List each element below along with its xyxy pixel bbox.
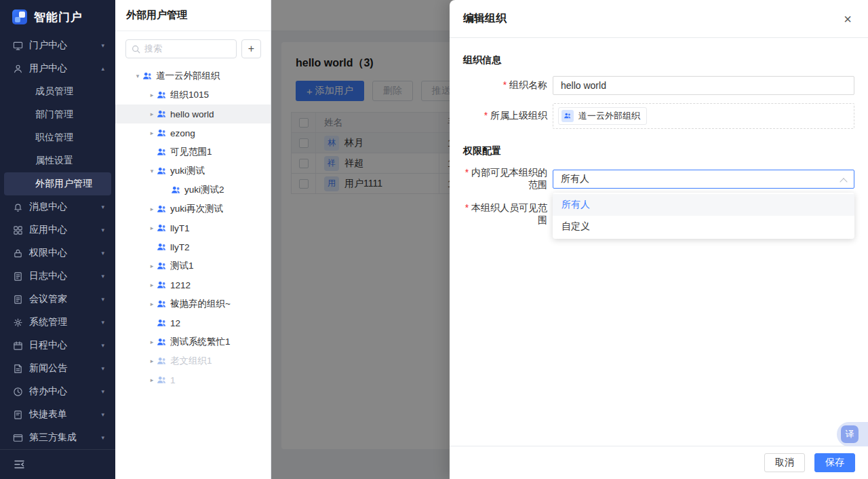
sidebar-item-日志中心[interactable]: 日志中心▾ [0,265,115,288]
tree-node-被抛弃的组织~[interactable]: ▸被抛弃的组织~ [115,294,271,313]
sidebar-item-label: 日志中心 [29,270,67,282]
organization-icon [142,72,153,81]
tree-node-1212[interactable]: ▸1212 [115,275,271,294]
sidebar-item-label: 职位管理 [35,132,73,144]
tree-node-llyT2[interactable]: llyT2 [115,237,271,256]
sidebar-item-第三方集成[interactable]: 第三方集成▾ [0,426,115,449]
caret-down-icon: ▾ [101,250,104,256]
sidebar-item-新闻公告[interactable]: 新闻公告▾ [0,357,115,380]
sidebar-item-label: 用户中心 [29,62,67,75]
tree-node-label: 1 [170,375,176,385]
caret-right-icon[interactable]: ▸ [147,206,157,212]
caret-right-icon[interactable]: ▸ [147,301,157,307]
tree-node-yuki再次测试[interactable]: ▸yuki再次测试 [115,199,271,218]
monitor-icon [13,41,23,51]
caret-right-icon[interactable]: ▸ [147,263,157,269]
tree-search-row: 搜索 + [115,31,271,66]
app-root: 智能门户 门户中心▾用户中心▴成员管理部门管理职位管理属性设置外部用户管理消息中… [0,0,868,479]
tree-node-道一云外部组织[interactable]: ▾道一云外部组织 [115,66,271,85]
caret-right-icon[interactable]: ▸ [147,282,157,288]
sidebar-item-权限中心[interactable]: 权限中心▾ [0,242,115,265]
calendar-icon [13,341,23,351]
tree-node-yuki测试2[interactable]: yuki测试2 [115,180,271,199]
sidebar-item-会议管家[interactable]: 会议管家▾ [0,288,115,311]
sidebar-item-属性设置[interactable]: 属性设置 [0,149,115,172]
sidebar-item-日程中心[interactable]: 日程中心▾ [0,334,115,357]
translate-button[interactable]: 译 [841,425,859,443]
news-icon [13,364,23,374]
save-button[interactable]: 保存 [814,453,855,472]
caret-right-icon[interactable]: ▸ [147,225,157,231]
caret-right-icon[interactable]: ▸ [147,358,157,364]
tree-node-hello world[interactable]: ▸hello world [115,104,271,123]
add-organization-button[interactable]: + [241,39,261,58]
org-name-label: 组织名称 [463,79,547,92]
sidebar-item-label: 属性设置 [35,155,73,167]
organization-icon [157,224,167,233]
caret-down-icon[interactable]: ▾ [133,73,142,79]
tree-node-可见范围1[interactable]: 可见范围1 [115,142,271,161]
field-parent-org: 所属上级组织 道一云外部组织 [463,103,854,129]
tree-node-组织1015[interactable]: ▸组织1015 [115,85,271,104]
organization-icon [171,186,181,195]
sidebar-item-系统管理[interactable]: 系统管理▾ [0,311,115,334]
sidebar-item-label: 待办中心 [29,385,67,398]
collapse-sidebar-icon[interactable] [14,459,25,470]
close-icon[interactable]: × [844,12,852,26]
sidebar-item-成员管理[interactable]: 成员管理 [0,80,115,103]
tree-node-llyT1[interactable]: ▸llyT1 [115,218,271,237]
sidebar-item-职位管理[interactable]: 职位管理 [0,126,115,149]
caret-down-icon: ▾ [101,319,104,326]
org-tree-panel: 外部用户管理 搜索 + ▾道一云外部组织▸组织1015▸hello world▸… [115,0,271,479]
sidebar-item-应用中心[interactable]: 应用中心▾ [0,218,115,242]
sidebar-item-消息中心[interactable]: 消息中心▾ [0,195,115,218]
tree-node-测试1[interactable]: ▸测试1 [115,256,271,275]
sidebar-item-门户中心[interactable]: 门户中心▾ [0,34,115,57]
caret-down-icon: ▾ [101,204,104,210]
dropdown-option-自定义[interactable]: 自定义 [553,216,854,237]
caret-right-icon[interactable]: ▸ [147,130,157,136]
tree-node-label: yuki测试2 [184,184,224,196]
sidebar: 智能门户 门户中心▾用户中心▴成员管理部门管理职位管理属性设置外部用户管理消息中… [0,0,115,479]
tree-node-1[interactable]: ▸1 [115,370,271,389]
internal-scope-select[interactable]: 所有人 [553,170,854,189]
scope-dropdown-menu: 所有人自定义 [553,193,854,239]
tree-node-ezong[interactable]: ▸ezong [115,123,271,142]
caret-right-icon[interactable]: ▸ [147,339,157,345]
dropdown-option-所有人[interactable]: 所有人 [553,194,854,216]
form-icon [13,410,23,420]
tree-node-老文组织1[interactable]: ▸老文组织1 [115,351,271,370]
organization-icon [157,167,167,176]
sidebar-item-label: 外部用户管理 [35,178,92,190]
sidebar-item-待办中心[interactable]: 待办中心▾ [0,380,115,403]
sidebar-item-外部用户管理[interactable]: 外部用户管理 [4,172,111,195]
organization-icon [157,281,167,290]
tree-node-label: 老文组织1 [170,355,212,367]
cancel-button[interactable]: 取消 [764,453,805,472]
sidebar-item-用户中心[interactable]: 用户中心▴ [0,57,115,80]
caret-up-icon: ▴ [101,65,104,72]
tree-node-测试系统繁忙1[interactable]: ▸测试系统繁忙1 [115,332,271,351]
sidebar-item-label: 日程中心 [29,339,67,351]
caret-right-icon[interactable]: ▸ [147,377,157,383]
drawer-body: 组织信息 组织名称 hello world 所属上级组织 道一云外部组织 权限配… [450,38,868,446]
sidebar-item-部门管理[interactable]: 部门管理 [0,103,115,126]
caret-down-icon[interactable]: ▾ [147,168,157,174]
caret-right-icon[interactable]: ▸ [147,92,157,98]
org-name-input[interactable]: hello world [553,76,854,95]
file-icon [13,271,23,282]
tree-node-12[interactable]: 12 [115,313,271,332]
caret-right-icon[interactable]: ▸ [147,111,157,117]
field-internal-scope: 内部可见本组织的范围 所有人 所有人自定义 [463,167,854,191]
user-icon [13,64,23,74]
tree-node-yuki测试[interactable]: ▾yuki测试 [115,161,271,180]
parent-org-picker[interactable]: 道一云外部组织 [553,103,854,129]
search-input[interactable]: 搜索 [125,39,237,58]
caret-down-icon: ▾ [101,273,104,280]
logo-text: 智能门户 [34,9,83,25]
sidebar-item-快捷表单[interactable]: 快捷表单▾ [0,403,115,426]
tree-node-label: 组织1015 [170,89,209,101]
tree-node-label: 测试1 [170,260,194,272]
section-permission: 权限配置 [463,145,854,159]
file-icon [13,294,23,305]
